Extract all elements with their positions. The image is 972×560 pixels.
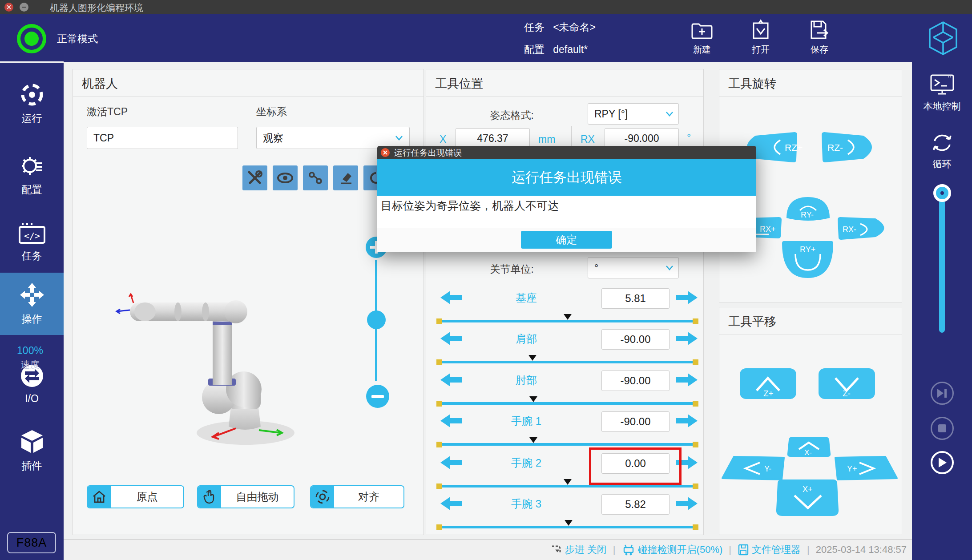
joint-row: 肘部-90.00 xyxy=(437,371,698,410)
dialog-close-icon[interactable] xyxy=(381,148,390,157)
stop-button[interactable] xyxy=(931,417,954,440)
robot-model-badge[interactable]: F 8 8 A xyxy=(7,532,56,553)
play-button[interactable] xyxy=(931,451,954,474)
z-plus-button[interactable]: Z+ xyxy=(740,368,796,399)
speed-slider-track[interactable] xyxy=(939,199,945,333)
home-button[interactable]: 原点 xyxy=(87,485,184,508)
joint-slider-track[interactable] xyxy=(437,526,698,528)
joint-slider-marker[interactable] xyxy=(529,437,537,443)
joint-minus-arrow[interactable] xyxy=(440,455,462,470)
dialog-ok-button[interactable]: 确定 xyxy=(521,231,612,249)
speed-slider-handle[interactable] xyxy=(933,184,951,202)
joint-plus-arrow[interactable] xyxy=(676,331,698,346)
joint-slider-track[interactable] xyxy=(437,320,698,322)
joint-value-input[interactable]: 5.81 xyxy=(601,288,670,309)
joint-value-input[interactable]: -90.00 xyxy=(601,411,670,432)
sidebar-item-operate[interactable]: 操作 xyxy=(0,273,64,335)
align-button[interactable]: 对齐 xyxy=(310,485,404,508)
joint-slider-end xyxy=(693,359,698,365)
sidebar-item-plugin[interactable]: 插件 xyxy=(0,419,64,482)
collision-status[interactable]: 碰撞检测开启(50%) xyxy=(622,543,723,556)
joint-name: 手腕 1 xyxy=(486,414,566,428)
joint-slider[interactable] xyxy=(437,524,698,531)
code-window-icon: </> xyxy=(18,222,46,245)
robot-panel-title: 机器人 xyxy=(82,76,118,92)
sidebar-item-task[interactable]: </> 任务 xyxy=(0,211,64,274)
view-trajectory-button[interactable] xyxy=(303,165,328,190)
joint-slider[interactable] xyxy=(437,400,698,407)
view-zoom-out-button[interactable] xyxy=(366,385,389,408)
step-forward-button[interactable] xyxy=(931,382,954,405)
joint-slider-track[interactable] xyxy=(437,402,698,405)
local-control-button[interactable]: 本地控制 xyxy=(912,73,972,113)
joint-slider-marker[interactable] xyxy=(529,396,537,402)
joint-slider-end xyxy=(693,483,698,489)
task-row: 任务 <未命名> xyxy=(524,20,596,34)
task-label: 任务 xyxy=(524,21,544,33)
new-task-button[interactable]: 新建 xyxy=(678,19,726,56)
joint-slider[interactable] xyxy=(437,359,698,366)
joint-slider-track[interactable] xyxy=(437,485,698,487)
move-arrows-icon xyxy=(19,282,45,308)
task-value: <未命名> xyxy=(553,21,596,33)
tool-position-title: 工具位置 xyxy=(435,76,483,92)
joint-slider-marker[interactable] xyxy=(528,355,536,361)
joint-plus-arrow[interactable] xyxy=(676,496,698,511)
ry-minus-button[interactable]: RY- xyxy=(786,197,830,221)
y-plus-button[interactable]: Y+ xyxy=(835,457,897,479)
step-status[interactable]: 步进 关闭 xyxy=(551,543,607,556)
view-visibility-button[interactable] xyxy=(273,165,298,190)
x-minus-button[interactable]: X- xyxy=(787,437,831,457)
joint-slider-marker[interactable] xyxy=(564,479,572,485)
joint-minus-arrow[interactable] xyxy=(440,331,462,346)
view-zoom-handle[interactable] xyxy=(367,310,386,329)
joint-plus-arrow[interactable] xyxy=(676,413,698,428)
joint-slider[interactable] xyxy=(437,441,698,448)
svg-text:RX+: RX+ xyxy=(760,225,776,234)
joint-slider-end xyxy=(436,359,442,365)
align-label: 对齐 xyxy=(334,486,403,508)
z-minus-button[interactable]: Z- xyxy=(819,368,875,399)
sidebar-item-run[interactable]: 运行 xyxy=(0,73,64,135)
joint-unit-select[interactable]: ° xyxy=(588,257,679,278)
joint-value-input[interactable]: 5.82 xyxy=(601,494,670,515)
joint-slider[interactable] xyxy=(437,318,698,325)
chevron-down-icon xyxy=(663,263,676,272)
open-task-button[interactable]: 打开 xyxy=(736,19,785,56)
joint-minus-arrow[interactable] xyxy=(440,496,462,511)
sidebar-item-config[interactable]: 配置 xyxy=(0,144,64,206)
window-minimize-icon[interactable] xyxy=(20,3,28,12)
window-close-icon[interactable] xyxy=(4,3,13,12)
joint-minus-arrow[interactable] xyxy=(440,290,462,305)
joint-value-input[interactable]: -90.00 xyxy=(601,329,670,350)
joint-name: 肘部 xyxy=(486,373,566,387)
pose-format-select[interactable]: RPY [°] xyxy=(588,103,679,125)
joint-minus-arrow[interactable] xyxy=(440,372,462,387)
joint-slider-marker[interactable] xyxy=(564,314,572,320)
ry-plus-button[interactable]: RY+ xyxy=(782,241,833,278)
new-folder-icon xyxy=(690,19,714,44)
joint-value-input[interactable]: -90.00 xyxy=(601,371,670,391)
rx-minus-button[interactable]: RX- xyxy=(838,217,884,240)
view-tools-button[interactable] xyxy=(242,165,267,190)
dialog-titlebar[interactable]: 运行任务出现错误 xyxy=(377,146,756,159)
eraser-icon xyxy=(338,170,353,185)
loop-icon xyxy=(929,131,955,154)
save-task-button[interactable]: 保存 xyxy=(795,19,844,56)
view-erase-button[interactable] xyxy=(333,165,358,190)
joint-minus-arrow[interactable] xyxy=(440,413,462,428)
joint-slider-end xyxy=(436,442,442,447)
loop-button[interactable]: 循环 xyxy=(912,131,972,170)
joint-plus-arrow[interactable] xyxy=(676,290,698,305)
x-plus-button[interactable]: X+ xyxy=(776,479,839,516)
joint-slider-track[interactable] xyxy=(437,443,698,446)
rz-minus-button[interactable]: RZ- xyxy=(822,132,872,162)
joint-plus-arrow[interactable] xyxy=(676,372,698,387)
file-manager-link[interactable]: 文件管理器 xyxy=(738,543,801,556)
robot-3d-view[interactable] xyxy=(102,256,334,451)
joint-slider-track[interactable] xyxy=(437,361,698,363)
joint-slider-marker[interactable] xyxy=(565,520,573,526)
tcp-input[interactable] xyxy=(87,127,238,149)
y-minus-button[interactable]: Y- xyxy=(722,457,784,479)
freedrive-button[interactable]: 自由拖动 xyxy=(197,485,294,508)
